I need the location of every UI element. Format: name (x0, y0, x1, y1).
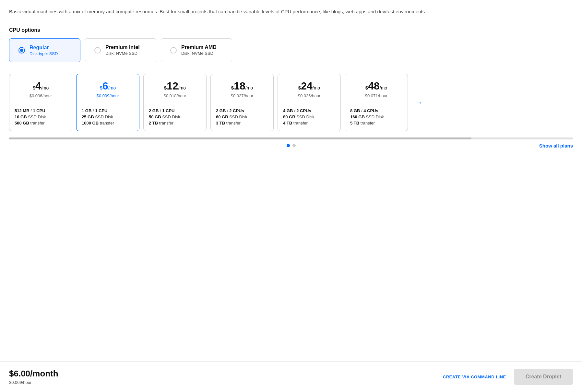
plan-spec-disk-4: 80 GB SSD Disk (283, 114, 335, 119)
plans-footer: Show all plans (0, 139, 582, 152)
plan-price-main-4: $24/mo (283, 80, 335, 92)
plan-price-amount-2: 12 (167, 80, 178, 92)
cpu-option-regular[interactable]: Regular Disk type: SSD (9, 38, 80, 62)
plan-price-main-2: $12/mo (149, 80, 201, 92)
plan-card-plan-48[interactable]: $48/mo $0.071/hour 8 GB / 4 CPUs 160 GB … (345, 74, 408, 131)
plan-price-hour-5: $0.071/hour (350, 93, 402, 98)
bottom-price-info: $6.00/month $0.009/hour (9, 369, 443, 385)
cpu-option-premium-intel-disk: Disk: NVMe SSD (105, 51, 137, 56)
plan-price-dollar-5: $ (365, 85, 368, 90)
dot-1 (287, 144, 290, 147)
plan-specs-section-2: 2 GB / 1 CPU 50 GB SSD Disk 2 TB transfe… (144, 103, 206, 131)
plan-price-section-4: $24/mo $0.036/hour (278, 74, 340, 103)
cpu-option-premium-intel[interactable]: Premium Intel Disk: NVMe SSD (85, 38, 156, 62)
plan-price-hour-3: $0.027/hour (216, 93, 268, 98)
plan-specs-section-4: 4 GB / 2 CPUs 80 GB SSD Disk 4 TB transf… (278, 103, 340, 131)
plan-specs-section-1: 1 GB / 1 CPU 25 GB SSD Disk 1000 GB tran… (77, 103, 139, 131)
plan-price-unit-1: /mo (108, 85, 116, 90)
cpu-option-regular-disk: Disk type: SSD (30, 51, 58, 56)
plan-spec-transfer-3: 3 TB transfer (216, 121, 268, 125)
cpu-radio-premium-amd (170, 47, 177, 53)
plan-price-hour-2: $0.018/hour (149, 93, 201, 98)
plans-scroll-container: $4/mo $0.006/hour 512 MB / 1 CPU 10 GB S… (9, 74, 573, 134)
spacer (0, 152, 582, 361)
plan-spec-disk-0: 10 GB SSD Disk (15, 114, 67, 119)
cpu-option-premium-amd[interactable]: Premium AMD Disk: NVMe SSD (161, 38, 232, 62)
plan-spec-disk-5: 160 GB SSD Disk (350, 114, 402, 119)
cpu-section-title: CPU options (9, 27, 573, 33)
cpu-radio-regular (18, 47, 25, 53)
plan-specs-section-3: 2 GB / 2 CPUs 60 GB SSD Disk 3 TB transf… (211, 103, 273, 131)
dot-indicators (287, 144, 296, 147)
cpu-option-premium-amd-name: Premium AMD (181, 44, 217, 50)
plan-card-plan-6[interactable]: $6/mo $0.009/hour 1 GB / 1 CPU 25 GB SSD… (76, 74, 139, 131)
cpu-option-regular-name: Regular (30, 45, 58, 51)
plan-spec-ram-1: 1 GB / 1 CPU (82, 108, 134, 113)
plan-spec-disk-1: 25 GB SSD Disk (82, 114, 134, 119)
top-description: Basic virtual machines with a mix of mem… (0, 0, 582, 21)
plan-price-unit-3: /mo (245, 85, 253, 90)
plan-price-section-0: $4/mo $0.006/hour (9, 74, 72, 103)
bottom-bar: $6.00/month $0.009/hour CREATE VIA COMMA… (0, 361, 582, 392)
cpu-option-premium-intel-info: Premium Intel Disk: NVMe SSD (105, 44, 140, 56)
plan-spec-transfer-2: 2 TB transfer (149, 121, 201, 125)
plan-price-hour-0: $0.006/hour (15, 93, 67, 98)
plan-price-main-0: $4/mo (15, 80, 67, 92)
plan-price-dollar-1: $ (100, 85, 102, 90)
plan-price-amount-0: 4 (35, 80, 41, 92)
plan-card-plan-18[interactable]: $18/mo $0.027/hour 2 GB / 2 CPUs 60 GB S… (210, 74, 274, 131)
description-text: Basic virtual machines with a mix of mem… (9, 9, 426, 14)
plan-price-dollar-4: $ (298, 85, 301, 90)
plan-card-plan-24[interactable]: $24/mo $0.036/hour 4 GB / 2 CPUs 80 GB S… (278, 74, 341, 131)
plan-price-hour-1: $0.009/hour (82, 93, 134, 98)
bottom-price-month: $6.00/month (9, 369, 443, 379)
plan-price-amount-3: 18 (234, 80, 245, 92)
scroll-bar-area (0, 134, 582, 139)
plan-spec-ram-5: 8 GB / 4 CPUs (350, 108, 402, 113)
show-all-plans-link[interactable]: Show all plans (539, 143, 573, 148)
plan-price-dollar-0: $ (33, 85, 35, 90)
plan-spec-ram-4: 4 GB / 2 CPUs (283, 108, 335, 113)
bottom-actions: CREATE VIA COMMAND LINE Create Droplet (443, 369, 573, 385)
scroll-right-arrow[interactable]: → (412, 74, 425, 131)
cpu-options-section: CPU options Regular Disk type: SSD Premi… (0, 21, 582, 69)
dot-2 (292, 144, 296, 147)
plan-price-hour-4: $0.036/hour (283, 93, 335, 98)
plan-spec-transfer-1: 1000 GB transfer (82, 121, 134, 125)
bottom-price-hour: $0.009/hour (9, 380, 443, 385)
plan-card-plan-12[interactable]: $12/mo $0.018/hour 2 GB / 1 CPU 50 GB SS… (143, 74, 207, 131)
plan-spec-disk-2: 50 GB SSD Disk (149, 114, 201, 119)
plan-specs-section-5: 8 GB / 4 CPUs 160 GB SSD Disk 5 TB trans… (345, 103, 408, 131)
plan-spec-ram-0: 512 MB / 1 CPU (15, 108, 67, 113)
plan-price-main-1: $6/mo (82, 80, 134, 92)
cpu-option-premium-amd-disk: Disk: NVMe SSD (181, 51, 213, 56)
plan-price-unit-5: /mo (380, 85, 387, 90)
plan-spec-transfer-4: 4 TB transfer (283, 121, 335, 125)
create-via-cmd-link[interactable]: CREATE VIA COMMAND LINE (443, 374, 506, 379)
plans-section: $4/mo $0.006/hour 512 MB / 1 CPU 10 GB S… (0, 69, 582, 134)
plan-spec-ram-2: 2 GB / 1 CPU (149, 108, 201, 113)
plan-price-section-5: $48/mo $0.071/hour (345, 74, 408, 103)
plan-price-unit-2: /mo (178, 85, 186, 90)
plans-row: $4/mo $0.006/hour 512 MB / 1 CPU 10 GB S… (9, 74, 573, 134)
cpu-option-premium-amd-info: Premium AMD Disk: NVMe SSD (181, 44, 217, 56)
plan-spec-disk-3: 60 GB SSD Disk (216, 114, 268, 119)
plan-card-plan-4[interactable]: $4/mo $0.006/hour 512 MB / 1 CPU 10 GB S… (9, 74, 72, 131)
plan-price-main-5: $48/mo (350, 80, 402, 92)
plan-price-section-2: $12/mo $0.018/hour (144, 74, 206, 103)
cpu-option-premium-intel-name: Premium Intel (105, 44, 140, 50)
cpu-options-group: Regular Disk type: SSD Premium Intel Dis… (9, 38, 573, 62)
plan-spec-ram-3: 2 GB / 2 CPUs (216, 108, 268, 113)
plan-price-unit-0: /mo (41, 85, 49, 90)
cpu-radio-premium-intel (94, 47, 101, 53)
plan-specs-section-0: 512 MB / 1 CPU 10 GB SSD Disk 500 GB tra… (9, 103, 72, 131)
plan-price-unit-4: /mo (313, 85, 320, 90)
plan-price-amount-1: 6 (102, 80, 108, 92)
plan-price-section-3: $18/mo $0.027/hour (211, 74, 273, 103)
plan-price-dollar-2: $ (164, 85, 167, 90)
plan-spec-transfer-0: 500 GB transfer (15, 121, 67, 125)
plan-price-section-1: $6/mo $0.009/hour (77, 74, 139, 103)
plan-spec-transfer-5: 5 TB transfer (350, 121, 402, 125)
create-droplet-button[interactable]: Create Droplet (514, 369, 573, 385)
page-wrapper: Basic virtual machines with a mix of mem… (0, 0, 582, 392)
